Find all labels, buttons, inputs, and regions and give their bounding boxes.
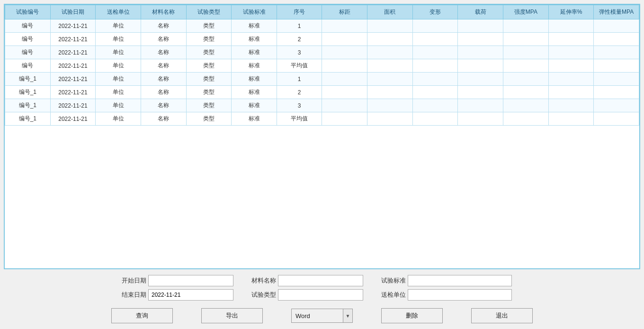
start-date-group: 开始日期: [118, 275, 233, 286]
table-body: 编号2022-11-21单位名称类型标准1编号2022-11-21单位名称类型标…: [5, 19, 639, 126]
cell-试验类型: 类型: [186, 33, 232, 46]
cell-送检单位: 单位: [96, 99, 141, 112]
cell-序号: 2: [277, 86, 322, 99]
table-row[interactable]: 编号_12022-11-21单位名称类型标准2: [5, 86, 639, 99]
table-row[interactable]: 编号2022-11-21单位名称类型标准3: [5, 46, 639, 59]
cell-试验编号: 编号_1: [5, 99, 51, 112]
cell-试验标准: 标准: [232, 112, 277, 126]
cell-送检单位: 单位: [96, 33, 141, 46]
table-row[interactable]: 编号_12022-11-21单位名称类型标准1: [5, 73, 639, 86]
cell-变形: [412, 99, 458, 112]
cell-序号: 2: [277, 33, 322, 46]
form-row-2: 结束日期 试验类型 送检单位: [4, 289, 640, 301]
header-变形: 变形: [412, 5, 458, 19]
cell-变形: [412, 86, 458, 99]
header-标距: 标距: [322, 5, 367, 19]
word-select-text: Word: [292, 310, 343, 322]
cell-试验类型: 类型: [186, 59, 232, 73]
cell-弹性模量MPA: [594, 33, 639, 46]
cell-强度MPA: [503, 19, 549, 33]
cell-试验编号: 编号_1: [5, 86, 51, 99]
cell-试验类型: 类型: [186, 46, 232, 59]
cell-弹性模量MPA: [594, 59, 639, 73]
cell-试验日期: 2022-11-21: [50, 19, 96, 33]
cell-强度MPA: [503, 99, 549, 112]
cell-标距: [322, 86, 367, 99]
cell-标距: [322, 59, 367, 73]
cell-延伸率%: [548, 59, 594, 73]
cell-强度MPA: [503, 73, 549, 86]
start-date-input[interactable]: [148, 275, 233, 286]
cell-强度MPA: [503, 86, 549, 99]
cell-标距: [322, 19, 367, 33]
cell-面积: [367, 46, 413, 59]
cell-标距: [322, 46, 367, 59]
test-type-input[interactable]: [278, 289, 363, 301]
cell-试验编号: 编号: [5, 19, 51, 33]
header-试验类型: 试验类型: [186, 5, 232, 19]
query-button[interactable]: 查询: [111, 308, 173, 323]
cell-变形: [412, 112, 458, 126]
cell-变形: [412, 73, 458, 86]
table-row[interactable]: 编号2022-11-21单位名称类型标准1: [5, 19, 639, 33]
cell-送检单位: 单位: [96, 112, 141, 126]
cell-送检单位: 单位: [96, 46, 141, 59]
cell-面积: [367, 33, 413, 46]
cell-变形: [412, 59, 458, 73]
test-standard-input[interactable]: [408, 275, 512, 286]
cell-试验日期: 2022-11-21: [50, 99, 96, 112]
form-section: 开始日期 材料名称 试验标准 结束日期 试验类型 送检单位: [4, 273, 640, 305]
cell-试验日期: 2022-11-21: [50, 46, 96, 59]
table-header-row: 试验编号试验日期送检单位材料名称试验类型试验标准序号标距面积变形载荷强度MPA延…: [5, 5, 639, 19]
cell-标距: [322, 33, 367, 46]
test-standard-group: 试验标准: [377, 275, 512, 286]
cell-试验类型: 类型: [186, 99, 232, 112]
cell-试验标准: 标准: [232, 59, 277, 73]
table-row[interactable]: 编号2022-11-21单位名称类型标准2: [5, 33, 639, 46]
cell-材料名称: 名称: [141, 86, 186, 99]
cell-试验标准: 标准: [232, 99, 277, 112]
cell-试验日期: 2022-11-21: [50, 86, 96, 99]
cell-标距: [322, 112, 367, 126]
cell-面积: [367, 86, 413, 99]
form-row-1: 开始日期 材料名称 试验标准: [4, 275, 640, 286]
cell-弹性模量MPA: [594, 46, 639, 59]
cell-试验编号: 编号: [5, 59, 51, 73]
cell-弹性模量MPA: [594, 19, 639, 33]
table-row[interactable]: 编号2022-11-21单位名称类型标准平均值: [5, 59, 639, 73]
word-select-wrapper[interactable]: Word ▼: [291, 309, 353, 323]
cell-载荷: [458, 86, 503, 99]
cell-送检单位: 单位: [96, 19, 141, 33]
cell-载荷: [458, 99, 503, 112]
cell-序号: 平均值: [277, 112, 322, 126]
submit-unit-label: 送检单位: [377, 291, 406, 299]
cell-序号: 平均值: [277, 59, 322, 73]
exit-button[interactable]: 退出: [471, 308, 533, 323]
cell-试验类型: 类型: [186, 86, 232, 99]
cell-试验编号: 编号: [5, 33, 51, 46]
cell-序号: 1: [277, 19, 322, 33]
cell-弹性模量MPA: [594, 112, 639, 126]
cell-强度MPA: [503, 46, 549, 59]
end-date-label: 结束日期: [118, 291, 146, 299]
cell-试验编号: 编号: [5, 46, 51, 59]
cell-序号: 3: [277, 46, 322, 59]
delete-button[interactable]: 删除: [381, 308, 443, 323]
table-section: 试验编号试验日期送检单位材料名称试验类型试验标准序号标距面积变形载荷强度MPA延…: [4, 4, 640, 269]
cell-材料名称: 名称: [141, 33, 186, 46]
table-row[interactable]: 编号_12022-11-21单位名称类型标准平均值: [5, 112, 639, 126]
table-row[interactable]: 编号_12022-11-21单位名称类型标准3: [5, 99, 639, 112]
cell-面积: [367, 59, 413, 73]
cell-延伸率%: [548, 112, 594, 126]
header-延伸率%: 延伸率%: [548, 5, 594, 19]
header-试验编号: 试验编号: [5, 5, 51, 19]
cell-延伸率%: [548, 46, 594, 59]
header-材料名称: 材料名称: [141, 5, 186, 19]
export-button[interactable]: 导出: [201, 308, 263, 323]
cell-延伸率%: [548, 99, 594, 112]
submit-unit-input[interactable]: [408, 289, 512, 301]
material-input[interactable]: [278, 275, 363, 286]
word-select-arrow-icon[interactable]: ▼: [343, 309, 352, 322]
cell-强度MPA: [503, 33, 549, 46]
end-date-input[interactable]: [148, 289, 233, 301]
